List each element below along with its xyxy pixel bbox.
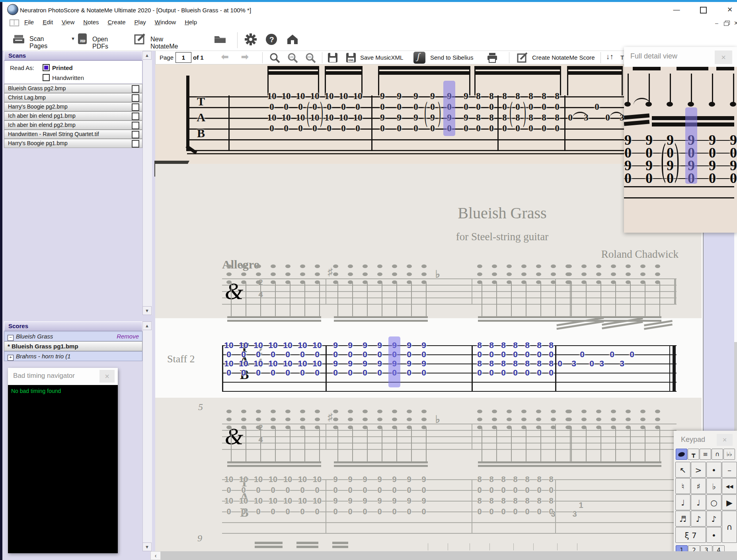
accent-button[interactable]: > [691,462,706,478]
scan-file-row[interactable]: Ich aber bin elend pg1.bmp [4,111,142,121]
scores-scroll-up-icon[interactable]: ▲ [142,321,152,330]
horizontal-scrollbar[interactable]: ‹ [150,551,737,560]
scan-file-row[interactable]: Harry's Boogie pg1.bmp [4,139,142,148]
scan-file-checkbox[interactable] [132,113,139,120]
scans-panel-header[interactable]: Scans [4,51,142,60]
score-row[interactable]: −Blueish GrassRemove [4,331,142,341]
open-pdfs-button[interactable]: PDF Open PDFs [77,33,88,47]
expand-icon[interactable]: + [8,355,14,361]
zoom-100-icon[interactable]: 100 [287,52,299,64]
save-icon[interactable] [328,52,338,63]
settings-button[interactable] [244,33,257,47]
scores-scrollbar[interactable] [142,321,152,551]
menu-window[interactable]: Window [150,16,180,28]
dot-button[interactable]: • [706,527,721,543]
sharp-button[interactable]: ♯ [691,478,706,494]
scores-panel-header[interactable]: Scores [4,321,142,331]
scan-file-row[interactable]: Blueish Grass pg2.bmp [4,84,142,93]
collapse-icon[interactable]: − [8,335,14,341]
next-page-icon[interactable]: ➡ [241,52,248,62]
menu-view[interactable]: View [57,16,79,28]
notehead-tab[interactable] [676,449,687,460]
marcato-tab[interactable]: ┳ [688,449,699,460]
page-input[interactable]: 1 [175,52,191,63]
title-bar[interactable]: Neuratron PhotoScore & NotateMe Ultimate… [2,2,737,16]
beam-tab[interactable]: ≡ [700,449,711,460]
full-detail-titlebar[interactable]: Full detail view × [624,47,737,67]
new-notateme-button[interactable]: New NotateMe Score [134,33,146,47]
child-close-button[interactable]: ✕ [734,20,737,27]
scan-file-checkbox[interactable] [132,94,139,102]
half-note-button[interactable]: ♩ [691,494,706,510]
staccato-button[interactable]: • [706,462,721,478]
rests-button[interactable]: ξ 7 [675,527,706,543]
horizontal-scrollbar-thumb[interactable] [161,551,737,560]
close-button[interactable]: ✕ [722,4,737,16]
save-musicxml-button[interactable]: Save MusicXML [360,54,403,61]
double-flat-tab[interactable]: ♭♭ [723,449,735,460]
scan-file-checkbox[interactable] [132,122,139,129]
score-row[interactable]: * Blueish Grass pg1.bmp [4,341,142,351]
menu-edit[interactable]: Edit [38,16,57,28]
menu-file[interactable]: File [20,16,38,28]
print-icon[interactable] [487,52,498,63]
eighth-note-2-button[interactable]: ♪ [706,511,721,527]
remove-score-link[interactable]: Remove [117,333,139,340]
quarter-note-button[interactable]: ♩ [675,494,690,510]
child-minimize-button[interactable]: – [712,20,721,27]
whole-note-button[interactable]: ○ [706,494,721,510]
open-folder-button[interactable] [213,33,227,46]
menu-notes[interactable]: Notes [79,16,103,28]
natural-button[interactable]: ♮ [675,478,690,494]
minimize-button[interactable]: — [669,4,684,16]
child-restore-button[interactable] [723,20,731,27]
home-button[interactable] [286,33,299,47]
create-notateme-icon[interactable] [517,52,528,63]
transpose-icon[interactable]: ↓↑ [606,52,614,61]
create-notateme-button[interactable]: Create NotateMe Score [532,54,595,61]
maximize-button[interactable] [695,4,711,16]
zoom-icon[interactable] [269,52,281,64]
rewind-button[interactable]: ◀◀ [722,478,737,494]
eighth-note-button[interactable]: ♪ [691,511,706,527]
scan-file-row[interactable]: Handwritten - Ravel String Quartet.tif [4,130,142,139]
menu-play[interactable]: Play [130,16,150,28]
scan-file-checkbox[interactable] [132,103,139,111]
scan-file-checkbox[interactable] [132,131,139,138]
doc-vscrollbar-thumb[interactable] [734,233,737,342]
scan-pages-button[interactable]: Scan Pages ▼ [12,33,25,47]
scans-scrollbar[interactable] [142,51,152,315]
tie-button[interactable]: ∩ [722,511,737,543]
play-button[interactable]: ▶ [722,494,737,510]
cursor-button[interactable]: ↖ [675,462,690,478]
full-detail-close-icon[interactable]: × [715,51,732,64]
scan-file-checkbox[interactable] [132,140,139,148]
scores-scroll-down-icon[interactable]: ▼ [142,542,152,551]
scan-file-checkbox[interactable] [132,85,139,93]
help-button[interactable]: ? [265,33,278,47]
scan-file-row[interactable]: Christ Lag.bmp [4,93,142,102]
score-row[interactable]: +Brahms - horn trio (1 [4,351,142,361]
prev-page-icon[interactable]: ⬅ [221,52,228,62]
sixteenth-note-button[interactable]: ♬ [675,511,690,527]
bad-timing-titlebar[interactable]: Bad timing navigator × [8,368,118,385]
tenuto-button[interactable]: – [722,462,737,478]
scans-scroll-up-icon[interactable]: ▲ [142,51,152,60]
scroll-left-icon[interactable]: ‹ [150,551,161,560]
scans-scroll-down-icon[interactable]: ▼ [142,306,152,315]
chevron-down-icon[interactable]: ▼ [71,36,75,41]
save-xml-icon[interactable]: XML [346,52,356,63]
menu-create[interactable]: Create [103,16,130,28]
scan-file-row[interactable]: Ich aber bin elend pg2.bmp [4,121,142,130]
send-to-sibelius-button[interactable]: Send to Sibelius [430,54,473,61]
printed-checkbox[interactable] [43,64,50,71]
zoom-200-icon[interactable]: 200 [305,52,317,64]
fermata-tab[interactable]: ∩ [712,449,723,460]
sibelius-icon[interactable]: ʃ [413,52,425,64]
flat-button[interactable]: ♭ [706,478,721,494]
scan-file-row[interactable]: Harry's Boogie pg2.bmp [4,102,142,111]
handwritten-checkbox[interactable] [43,74,50,81]
bad-timing-close-icon[interactable]: × [99,370,115,383]
keypad-close-icon[interactable]: × [717,434,733,446]
menu-help[interactable]: Help [180,16,201,28]
